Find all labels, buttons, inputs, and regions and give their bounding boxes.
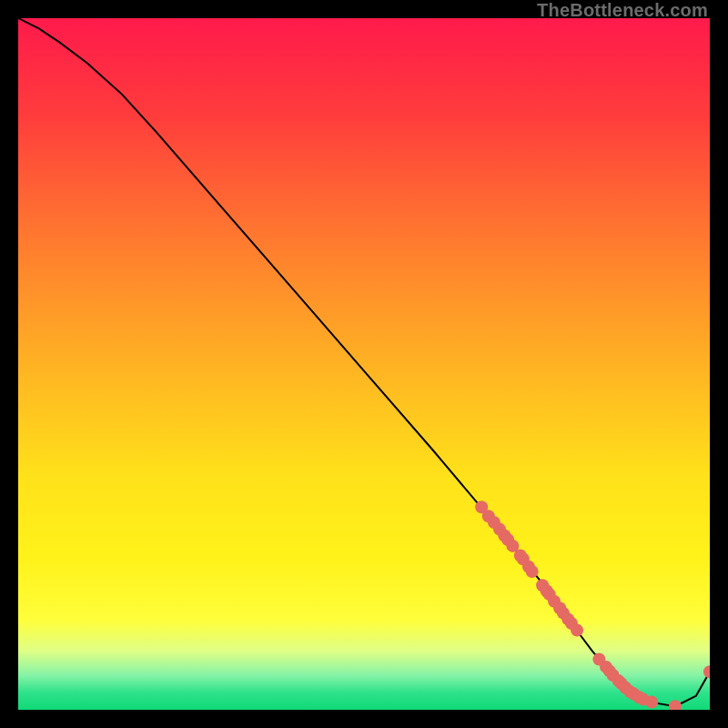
highlight-marker — [645, 696, 658, 709]
chart-frame — [18, 18, 710, 710]
plot-background — [18, 18, 710, 710]
attribution-text: TheBottleneck.com — [537, 0, 708, 21]
highlight-marker — [526, 565, 539, 578]
highlight-marker — [571, 624, 583, 637]
bottleneck-chart — [18, 18, 710, 710]
